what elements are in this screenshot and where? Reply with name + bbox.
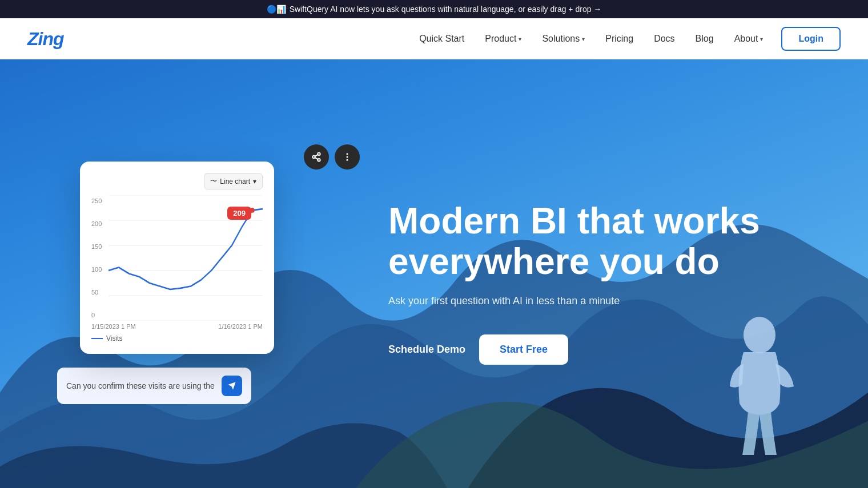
nav-item-product[interactable]: Product ▾ bbox=[485, 34, 521, 44]
about-chevron-icon: ▾ bbox=[760, 36, 763, 42]
chart-type-selector[interactable]: 〜 Line chart ▾ bbox=[204, 173, 263, 189]
more-options-icon[interactable] bbox=[335, 144, 360, 170]
svg-point-6 bbox=[347, 156, 348, 158]
nav-link-pricing[interactable]: Pricing bbox=[605, 34, 633, 44]
nav-link-quick-start[interactable]: Quick Start bbox=[419, 34, 464, 44]
chart-header: 〜 Line chart ▾ bbox=[91, 173, 263, 189]
nav-link-docs[interactable]: Docs bbox=[654, 34, 674, 44]
nav-item-blog[interactable]: Blog bbox=[696, 34, 714, 44]
chart-date-start: 1/15/2023 1 PM bbox=[91, 323, 136, 330]
schedule-demo-button[interactable]: Schedule Demo bbox=[388, 344, 465, 356]
ai-input-box: Can you confirm these visits are using t… bbox=[57, 368, 251, 404]
chart-type-chevron: ▾ bbox=[253, 178, 256, 185]
logo[interactable]: Zing bbox=[27, 29, 64, 50]
svg-point-7 bbox=[347, 159, 348, 161]
nav-item-quick-start[interactable]: Quick Start bbox=[419, 34, 464, 44]
announcement-emoji: 🔵📊 bbox=[267, 5, 286, 14]
product-chevron-icon: ▾ bbox=[519, 36, 521, 42]
svg-line-3 bbox=[315, 158, 318, 159]
hero-title: Modern BI that works everywhere you do bbox=[388, 201, 822, 281]
nav-item-pricing[interactable]: Pricing bbox=[605, 34, 633, 44]
chart-action-icons bbox=[304, 144, 360, 170]
ai-send-button[interactable] bbox=[222, 376, 242, 396]
nav-item-solutions[interactable]: Solutions ▾ bbox=[542, 34, 585, 44]
nav-link-product[interactable]: Product ▾ bbox=[485, 34, 521, 44]
svg-point-5 bbox=[347, 153, 348, 155]
ai-input-text[interactable]: Can you confirm these visits are using t… bbox=[66, 381, 215, 390]
send-icon bbox=[227, 381, 236, 390]
start-free-button[interactable]: Start Free bbox=[479, 334, 568, 365]
chart-type-label: Line chart bbox=[220, 178, 250, 185]
legend-line-icon bbox=[91, 338, 103, 339]
hero-buttons: Schedule Demo Start Free bbox=[388, 334, 822, 365]
chart-dates: 1/15/2023 1 PM 1/16/2023 1 PM bbox=[91, 323, 263, 330]
svg-line-4 bbox=[315, 155, 318, 156]
line-chart-icon: 〜 bbox=[210, 176, 217, 186]
hero-section: 〜 Line chart ▾ 250 200 150 100 50 0 bbox=[0, 59, 868, 488]
chart-legend: Visits bbox=[91, 334, 263, 342]
announcement-text: SwiftQuery AI now lets you ask questions… bbox=[290, 5, 602, 14]
share-icon[interactable] bbox=[304, 144, 329, 170]
nav-item-docs[interactable]: Docs bbox=[654, 34, 674, 44]
hero-left: 〜 Line chart ▾ 250 200 150 100 50 0 bbox=[46, 162, 354, 404]
hero-subtitle: Ask your first question with AI in less … bbox=[388, 295, 822, 307]
nav-link-about[interactable]: About ▾ bbox=[734, 34, 763, 44]
solutions-chevron-icon: ▾ bbox=[582, 36, 585, 42]
navbar: Zing Quick Start Product ▾ Solutions ▾ P… bbox=[0, 18, 868, 59]
nav-link-blog[interactable]: Blog bbox=[696, 34, 714, 44]
nav-links: Quick Start Product ▾ Solutions ▾ Pricin… bbox=[419, 34, 763, 44]
announcement-bar: 🔵📊 SwiftQuery AI now lets you ask questi… bbox=[0, 0, 868, 18]
chart-tooltip: 209 bbox=[227, 207, 251, 220]
nav-item-about[interactable]: About ▾ bbox=[734, 34, 763, 44]
chart-date-end: 1/16/2023 1 PM bbox=[218, 323, 263, 330]
hero-right: Modern BI that works everywhere you do A… bbox=[388, 201, 822, 365]
chart-area: 250 200 150 100 50 0 209 bbox=[91, 195, 263, 321]
chart-y-labels: 250 200 150 100 50 0 bbox=[91, 195, 102, 321]
nav-link-solutions[interactable]: Solutions ▾ bbox=[542, 34, 585, 44]
legend-label: Visits bbox=[106, 334, 122, 342]
login-button[interactable]: Login bbox=[781, 27, 841, 51]
hero-content: 〜 Line chart ▾ 250 200 150 100 50 0 bbox=[0, 127, 868, 438]
chart-card: 〜 Line chart ▾ 250 200 150 100 50 0 bbox=[80, 162, 274, 354]
